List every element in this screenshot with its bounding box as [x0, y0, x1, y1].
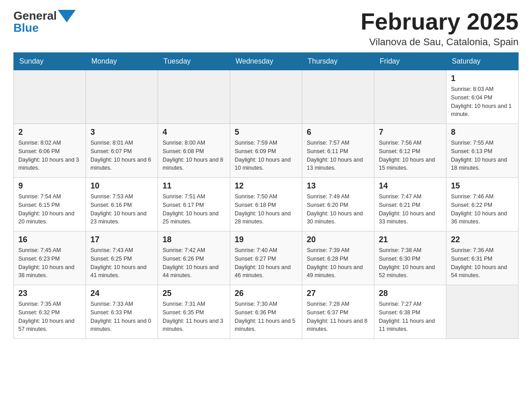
day-info: Sunrise: 7:57 AMSunset: 6:11 PMDaylight:…	[307, 139, 369, 172]
calendar-cell: 3Sunrise: 8:01 AMSunset: 6:07 PMDaylight…	[86, 124, 158, 178]
calendar-cell: 10Sunrise: 7:53 AMSunset: 6:16 PMDayligh…	[86, 178, 158, 231]
calendar-cell: 16Sunrise: 7:45 AMSunset: 6:23 PMDayligh…	[14, 231, 86, 285]
day-info: Sunrise: 7:47 AMSunset: 6:21 PMDaylight:…	[379, 193, 442, 226]
calendar-cell	[86, 70, 158, 124]
day-number: 23	[18, 289, 81, 298]
calendar-cell: 28Sunrise: 7:27 AMSunset: 6:38 PMDayligh…	[374, 285, 446, 339]
calendar-cell: 23Sunrise: 7:35 AMSunset: 6:32 PMDayligh…	[14, 285, 86, 339]
calendar-cell	[14, 70, 86, 124]
calendar-title: February 2025	[360, 9, 519, 34]
week-row-4: 16Sunrise: 7:45 AMSunset: 6:23 PMDayligh…	[14, 231, 519, 285]
day-number: 6	[307, 128, 369, 137]
calendar-cell: 9Sunrise: 7:54 AMSunset: 6:15 PMDaylight…	[14, 178, 86, 231]
calendar-cell: 27Sunrise: 7:28 AMSunset: 6:37 PMDayligh…	[302, 285, 374, 339]
week-row-1: 1Sunrise: 8:03 AMSunset: 6:04 PMDaylight…	[14, 70, 519, 124]
page-header: General Blue February 2025 Vilanova de S…	[13, 9, 519, 48]
day-info: Sunrise: 8:02 AMSunset: 6:06 PMDaylight:…	[18, 139, 81, 172]
calendar-cell: 26Sunrise: 7:30 AMSunset: 6:36 PMDayligh…	[230, 285, 302, 339]
calendar-subtitle: Vilanova de Sau, Catalonia, Spain	[360, 36, 519, 48]
day-info: Sunrise: 7:43 AMSunset: 6:25 PMDaylight:…	[90, 246, 153, 280]
calendar-cell: 14Sunrise: 7:47 AMSunset: 6:21 PMDayligh…	[374, 178, 446, 231]
calendar-cell: 21Sunrise: 7:38 AMSunset: 6:30 PMDayligh…	[374, 231, 446, 285]
day-number: 28	[379, 289, 442, 298]
day-number: 17	[90, 235, 153, 244]
weekday-header-thursday: Thursday	[302, 53, 374, 70]
day-number: 15	[451, 181, 514, 191]
day-number: 3	[90, 128, 153, 137]
calendar-cell: 22Sunrise: 7:36 AMSunset: 6:31 PMDayligh…	[446, 231, 519, 285]
day-info: Sunrise: 8:03 AMSunset: 6:04 PMDaylight:…	[451, 85, 514, 119]
calendar-cell: 6Sunrise: 7:57 AMSunset: 6:11 PMDaylight…	[302, 124, 374, 178]
calendar-cell: 25Sunrise: 7:31 AMSunset: 6:35 PMDayligh…	[158, 285, 230, 339]
svg-marker-0	[58, 10, 76, 22]
day-info: Sunrise: 7:36 AMSunset: 6:31 PMDaylight:…	[451, 246, 514, 280]
day-number: 12	[235, 181, 297, 191]
day-info: Sunrise: 7:27 AMSunset: 6:38 PMDaylight:…	[379, 300, 442, 334]
day-number: 11	[163, 181, 225, 191]
calendar-cell: 12Sunrise: 7:50 AMSunset: 6:18 PMDayligh…	[230, 178, 302, 231]
day-info: Sunrise: 7:42 AMSunset: 6:26 PMDaylight:…	[163, 246, 225, 280]
day-number: 16	[18, 235, 81, 244]
day-number: 24	[90, 289, 153, 298]
day-number: 19	[235, 235, 297, 244]
day-info: Sunrise: 7:59 AMSunset: 6:09 PMDaylight:…	[235, 139, 297, 172]
day-number: 5	[235, 128, 297, 137]
day-info: Sunrise: 7:40 AMSunset: 6:27 PMDaylight:…	[235, 246, 297, 280]
day-number: 2	[18, 128, 81, 137]
day-info: Sunrise: 8:01 AMSunset: 6:07 PMDaylight:…	[90, 139, 153, 172]
day-info: Sunrise: 7:46 AMSunset: 6:22 PMDaylight:…	[451, 193, 514, 226]
calendar-cell: 18Sunrise: 7:42 AMSunset: 6:26 PMDayligh…	[158, 231, 230, 285]
weekday-header-monday: Monday	[86, 53, 158, 70]
weekday-header-row: SundayMondayTuesdayWednesdayThursdayFrid…	[14, 53, 519, 70]
week-row-3: 9Sunrise: 7:54 AMSunset: 6:15 PMDaylight…	[14, 178, 519, 231]
day-info: Sunrise: 7:38 AMSunset: 6:30 PMDaylight:…	[379, 246, 442, 280]
day-info: Sunrise: 8:00 AMSunset: 6:08 PMDaylight:…	[163, 139, 225, 172]
day-number: 9	[18, 181, 81, 191]
calendar-cell: 7Sunrise: 7:56 AMSunset: 6:12 PMDaylight…	[374, 124, 446, 178]
calendar-cell: 24Sunrise: 7:33 AMSunset: 6:33 PMDayligh…	[86, 285, 158, 339]
calendar-cell: 15Sunrise: 7:46 AMSunset: 6:22 PMDayligh…	[446, 178, 519, 231]
day-info: Sunrise: 7:55 AMSunset: 6:13 PMDaylight:…	[451, 139, 514, 172]
calendar-cell: 20Sunrise: 7:39 AMSunset: 6:28 PMDayligh…	[302, 231, 374, 285]
calendar-cell: 17Sunrise: 7:43 AMSunset: 6:25 PMDayligh…	[86, 231, 158, 285]
calendar-body: 1Sunrise: 8:03 AMSunset: 6:04 PMDaylight…	[14, 70, 519, 339]
logo: General Blue	[13, 9, 76, 35]
week-row-5: 23Sunrise: 7:35 AMSunset: 6:32 PMDayligh…	[14, 285, 519, 339]
day-number: 10	[90, 181, 153, 191]
day-number: 13	[307, 181, 369, 191]
week-row-2: 2Sunrise: 8:02 AMSunset: 6:06 PMDaylight…	[14, 124, 519, 178]
calendar-cell	[302, 70, 374, 124]
day-info: Sunrise: 7:35 AMSunset: 6:32 PMDaylight:…	[18, 300, 81, 334]
calendar-cell: 4Sunrise: 8:00 AMSunset: 6:08 PMDaylight…	[158, 124, 230, 178]
day-info: Sunrise: 7:50 AMSunset: 6:18 PMDaylight:…	[235, 193, 297, 226]
day-info: Sunrise: 7:51 AMSunset: 6:17 PMDaylight:…	[163, 193, 225, 226]
day-number: 26	[235, 289, 297, 298]
calendar-cell: 8Sunrise: 7:55 AMSunset: 6:13 PMDaylight…	[446, 124, 519, 178]
day-info: Sunrise: 7:33 AMSunset: 6:33 PMDaylight:…	[90, 300, 153, 334]
weekday-header-wednesday: Wednesday	[230, 53, 302, 70]
day-info: Sunrise: 7:54 AMSunset: 6:15 PMDaylight:…	[18, 193, 81, 226]
day-info: Sunrise: 7:30 AMSunset: 6:36 PMDaylight:…	[235, 300, 297, 334]
day-info: Sunrise: 7:56 AMSunset: 6:12 PMDaylight:…	[379, 139, 442, 172]
calendar-header: SundayMondayTuesdayWednesdayThursdayFrid…	[14, 53, 519, 70]
logo-text-blue: Blue	[13, 21, 39, 35]
calendar-cell	[374, 70, 446, 124]
day-info: Sunrise: 7:31 AMSunset: 6:35 PMDaylight:…	[163, 300, 225, 334]
calendar-cell: 5Sunrise: 7:59 AMSunset: 6:09 PMDaylight…	[230, 124, 302, 178]
calendar-cell: 1Sunrise: 8:03 AMSunset: 6:04 PMDaylight…	[446, 70, 519, 124]
weekday-header-saturday: Saturday	[446, 53, 519, 70]
day-number: 7	[379, 128, 442, 137]
calendar-cell: 19Sunrise: 7:40 AMSunset: 6:27 PMDayligh…	[230, 231, 302, 285]
day-number: 18	[163, 235, 225, 244]
day-info: Sunrise: 7:53 AMSunset: 6:16 PMDaylight:…	[90, 193, 153, 226]
day-number: 8	[451, 128, 514, 137]
day-info: Sunrise: 7:28 AMSunset: 6:37 PMDaylight:…	[307, 300, 369, 334]
calendar-cell	[158, 70, 230, 124]
day-info: Sunrise: 7:49 AMSunset: 6:20 PMDaylight:…	[307, 193, 369, 226]
title-block: February 2025 Vilanova de Sau, Catalonia…	[360, 9, 519, 48]
weekday-header-sunday: Sunday	[14, 53, 86, 70]
calendar-cell: 13Sunrise: 7:49 AMSunset: 6:20 PMDayligh…	[302, 178, 374, 231]
day-number: 22	[451, 235, 514, 244]
day-info: Sunrise: 7:45 AMSunset: 6:23 PMDaylight:…	[18, 246, 81, 280]
calendar-cell	[446, 285, 519, 339]
